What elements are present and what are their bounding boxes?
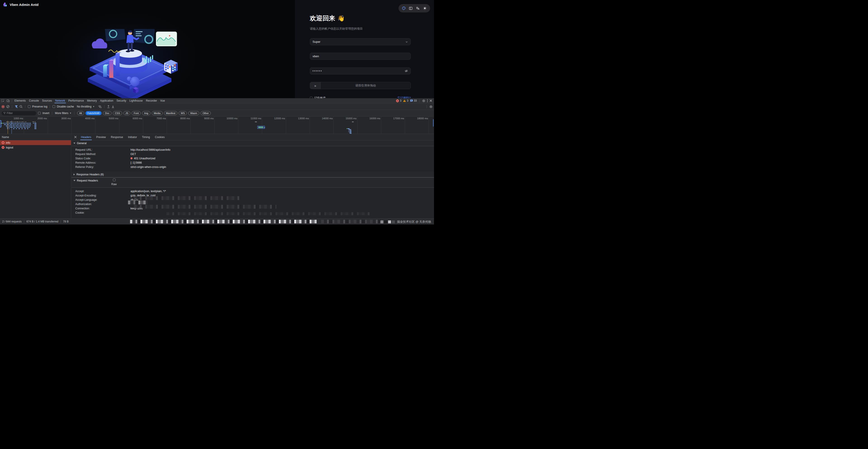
chip-media[interactable]: Media (152, 111, 163, 115)
username-input[interactable] (313, 55, 408, 58)
request-row-logout[interactable]: logout (0, 145, 71, 150)
chip-other[interactable]: Other (200, 111, 211, 115)
invert-checkbox[interactable] (38, 112, 41, 115)
record-icon[interactable] (1, 105, 5, 109)
remember-checkbox[interactable] (310, 97, 313, 98)
slider-hint: 请按住滑块拖动 (321, 84, 410, 88)
redacted-authorization-value (134, 196, 240, 200)
watermark-block (384, 220, 387, 223)
import-har-icon[interactable] (107, 105, 110, 108)
inspect-icon[interactable] (0, 99, 5, 102)
chip-manifest[interactable]: Manifest (164, 111, 178, 115)
filter-input[interactable] (7, 112, 34, 115)
request-error-icon (2, 141, 4, 144)
waterfall-bar (20, 123, 20, 124)
network-conditions-icon[interactable] (98, 105, 102, 108)
chip-img[interactable]: Img (142, 111, 150, 115)
waterfall-bar (349, 132, 351, 133)
details-tab-response[interactable]: Response (109, 134, 125, 140)
tab-network[interactable]: Network (54, 98, 67, 103)
waterfall-bar (28, 123, 29, 124)
details-tab-initiator[interactable]: Initiator (126, 134, 139, 140)
request-headers-section-header[interactable]: Request Headers Raw (71, 178, 434, 188)
response-headers-section-header[interactable]: Response Headers (6) (71, 172, 434, 178)
chip-css[interactable]: CSS (113, 111, 122, 115)
issues-count-badge[interactable]: 33 (410, 99, 417, 102)
close-devtools-icon[interactable] (430, 99, 432, 102)
name-column-header[interactable]: Name (0, 134, 71, 140)
tab-vue[interactable]: Vue (158, 98, 166, 103)
waterfall-bar (5, 123, 6, 124)
error-count-badge[interactable]: 3 (396, 99, 401, 102)
device-toolbar-icon[interactable] (5, 99, 11, 102)
details-tab-preview[interactable]: Preview (94, 134, 108, 140)
general-section-header[interactable]: General (71, 140, 434, 146)
tab-lighthouse[interactable]: Lighthouse (128, 98, 144, 103)
network-overview-timeline[interactable]: 1000 ms2000 ms3000 ms4000 ms5000 ms6000 … (0, 117, 434, 134)
resources-size: 78 B (61, 220, 71, 223)
tab-console[interactable]: Console (27, 98, 40, 103)
network-toolbar: Preserve log Disable cache No throttling… (0, 103, 434, 110)
details-tab-headers[interactable]: Headers (79, 134, 93, 140)
timeline-tick: 14000 ms (333, 117, 334, 134)
waterfall-bar (9, 127, 9, 128)
export-har-icon[interactable] (112, 105, 115, 108)
waterfall-bar (352, 122, 354, 122)
general-row-request-method: Request Method: GET (71, 152, 434, 156)
timeline-handle[interactable] (0, 120, 1, 127)
timeline-tick: 16000 ms (381, 117, 381, 134)
hero-illustration (76, 29, 183, 98)
translate-icon[interactable] (416, 6, 420, 10)
forgot-password-link[interactable]: 忘记密码? (397, 96, 411, 98)
chip-all[interactable]: All (77, 111, 84, 115)
search-icon[interactable] (20, 105, 23, 108)
eye-off-icon[interactable] (405, 69, 408, 73)
password-input[interactable] (313, 69, 358, 73)
waterfall-bar (33, 122, 34, 122)
raw-checkbox[interactable] (113, 179, 116, 181)
more-filters-dropdown[interactable]: More filters ▼ (55, 112, 71, 115)
preserve-log-checkbox[interactable] (28, 105, 31, 108)
chip-ws[interactable]: WS (179, 111, 187, 115)
clear-icon[interactable] (6, 105, 9, 108)
waterfall-bar (20, 126, 21, 126)
waterfall-bar (17, 124, 18, 125)
tab-performance[interactable]: Performance (67, 98, 86, 103)
tab-application[interactable]: Application (98, 98, 115, 103)
tab-elements[interactable]: Elements (13, 98, 27, 103)
tab-recorder[interactable]: Recorder (144, 98, 158, 103)
warning-count-badge[interactable]: 3 (403, 99, 408, 102)
waterfall-bar (29, 127, 30, 128)
network-settings-gear-icon[interactable] (429, 105, 433, 109)
filter-funnel-icon[interactable] (15, 105, 18, 108)
palette-icon[interactable] (402, 6, 406, 10)
slider-handle[interactable]: » (310, 82, 321, 89)
throttling-select[interactable]: No throttling ▼ (77, 105, 95, 108)
password-field[interactable] (310, 67, 411, 74)
chip-fetch-xhr[interactable]: Fetch/XHR (86, 111, 102, 115)
details-tab-cookies[interactable]: Cookies (153, 134, 167, 140)
disable-cache-checkbox[interactable] (53, 105, 55, 108)
kebab-menu-icon[interactable] (427, 99, 428, 102)
chip-wasm[interactable]: Wasm (188, 111, 199, 115)
waterfall-bar (24, 122, 24, 122)
request-row-info[interactable]: info (0, 140, 71, 145)
settings-gear-icon[interactable] (422, 99, 425, 102)
tab-security[interactable]: Security (115, 98, 128, 103)
chip-font[interactable]: Font (132, 111, 141, 115)
chip-js[interactable]: JS (123, 111, 130, 115)
close-details-icon[interactable] (73, 136, 78, 138)
username-field[interactable] (310, 53, 411, 60)
waterfall-bar (9, 128, 9, 129)
chip-doc[interactable]: Doc (103, 111, 112, 115)
layout-icon[interactable] (409, 6, 412, 10)
timeline-tick: 9000 ms (214, 117, 215, 134)
tab-sources[interactable]: Sources (40, 98, 54, 103)
tab-memory[interactable]: Memory (86, 98, 98, 103)
sun-icon[interactable] (423, 6, 427, 10)
details-tab-timing[interactable]: Timing (140, 134, 152, 140)
disable-cache-label: Disable cache (57, 105, 74, 108)
role-select[interactable]: Super (310, 38, 411, 45)
type-filter-chips: All Fetch/XHR Doc CSS JS Font Img Media … (77, 111, 211, 115)
waterfall-bar (13, 127, 15, 128)
